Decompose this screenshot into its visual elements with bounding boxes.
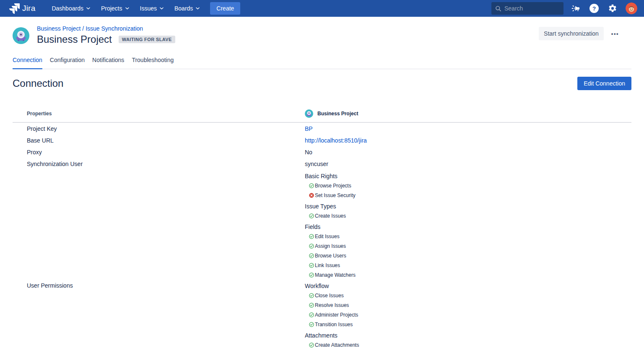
nav-item-issues[interactable]: Issues: [135, 0, 169, 17]
permission-group-heading: Workflow: [305, 281, 631, 291]
nav-right: ?: [491, 2, 637, 15]
breadcrumb-separator: /: [82, 25, 84, 32]
permission-item-label: Edit Issues: [315, 234, 340, 239]
header-actions: Start synchronization •••: [539, 27, 619, 40]
jira-brand-text: Jira: [22, 4, 35, 13]
page-header: Business Project/Issue Synchronization B…: [0, 17, 644, 45]
chevron-down-icon: [160, 7, 164, 10]
permission-group-heading: Basic Rights: [305, 171, 631, 181]
permission-item-label: Administer Projects: [315, 312, 358, 318]
connection-section: Connection Edit Connection Properties Bu…: [0, 77, 644, 348]
permission-item-label: Create Issues: [315, 213, 346, 219]
permission-item: Manage Watchers: [305, 270, 631, 280]
check-icon: [309, 343, 314, 348]
permission-item-label: Browse Projects: [315, 183, 351, 189]
search-icon: [495, 5, 501, 12]
check-icon: [309, 322, 314, 327]
nav-item-projects[interactable]: Projects: [96, 0, 135, 17]
project-key-value[interactable]: BP: [305, 125, 313, 132]
check-icon: [309, 303, 314, 308]
check-icon: [309, 263, 314, 268]
tab-configuration[interactable]: Configuration: [50, 57, 85, 69]
edit-connection-button[interactable]: Edit Connection: [577, 77, 631, 90]
remote-project-name: Business Project: [317, 111, 358, 117]
settings-gear-icon[interactable]: [606, 2, 619, 15]
chevron-down-icon: [125, 7, 129, 10]
tab-troubleshooting[interactable]: Troubleshooting: [132, 57, 174, 69]
permission-group-heading: Issue Types: [305, 201, 631, 211]
more-actions-button[interactable]: •••: [611, 31, 619, 37]
base-url-value[interactable]: http://localhost:8510/jira: [305, 137, 367, 144]
permission-item-label: Assign Issues: [315, 243, 346, 249]
nav-left: Jira Dashboards Projects Issues Boards C…: [9, 0, 240, 17]
permission-group: Issue TypesCreate Issues: [305, 201, 631, 221]
user-permissions-label: User Permissions: [27, 170, 305, 348]
permission-item: Create Attachments: [305, 340, 631, 348]
section-head: Connection Edit Connection: [13, 77, 631, 90]
proxy-value: No: [305, 149, 312, 156]
create-button[interactable]: Create: [210, 2, 240, 15]
tab-connection[interactable]: Connection: [13, 57, 42, 69]
titles: Business Project/Issue Synchronization B…: [37, 25, 175, 45]
cross-icon: [309, 193, 314, 198]
permission-item: Close Issues: [305, 291, 631, 300]
check-icon: [309, 293, 314, 298]
nav-item-label: Projects: [101, 5, 122, 12]
permission-item-label: Close Issues: [315, 293, 344, 299]
permission-group-heading: Attachments: [305, 330, 631, 340]
permission-group: WorkflowClose IssuesResolve IssuesAdmini…: [305, 281, 631, 329]
property-label: Base URL: [27, 137, 305, 144]
top-navigation-bar: Jira Dashboards Projects Issues Boards C…: [0, 0, 644, 17]
permission-item: Assign Issues: [305, 241, 631, 251]
remote-project-column-header: Business Project: [305, 109, 631, 118]
check-icon: [309, 183, 314, 188]
permission-item-label: Manage Watchers: [315, 272, 356, 278]
check-icon: [309, 312, 314, 317]
check-icon: [309, 234, 314, 239]
permission-item: Link Issues: [305, 260, 631, 270]
check-icon: [309, 273, 314, 278]
search-box[interactable]: [491, 2, 564, 15]
user-permissions-row: User Permissions Basic RightsBrowse Proj…: [13, 170, 631, 348]
permission-group: Basic RightsBrowse ProjectsSet Issue Sec…: [305, 171, 631, 200]
breadcrumb: Business Project/Issue Synchronization: [37, 25, 175, 32]
check-icon: [309, 213, 314, 218]
project-avatar: [13, 27, 29, 44]
project-avatar-small: [305, 109, 313, 118]
permission-item: Administer Projects: [305, 310, 631, 319]
breadcrumb-page-link[interactable]: Issue Synchronization: [86, 25, 143, 32]
table-row: Proxy No: [13, 146, 631, 158]
permission-item: Create Issues: [305, 211, 631, 221]
property-label: Proxy: [27, 149, 305, 156]
permission-group-heading: Fields: [305, 222, 631, 231]
tab-notifications[interactable]: Notifications: [92, 57, 124, 69]
table-row: Base URL http://localhost:8510/jira: [13, 135, 631, 146]
chevron-down-icon: [196, 7, 200, 10]
nav-item-boards[interactable]: Boards: [169, 0, 205, 17]
help-icon[interactable]: ?: [588, 2, 600, 15]
nav-item-dashboards[interactable]: Dashboards: [46, 0, 96, 17]
announcement-icon[interactable]: [569, 2, 582, 15]
nav-item-label: Dashboards: [52, 5, 83, 12]
property-label: Project Key: [27, 125, 305, 132]
connection-table: Properties Business Project Project Key …: [13, 105, 631, 348]
header-main: Business Project/Issue Synchronization B…: [13, 25, 175, 45]
breadcrumb-project-link[interactable]: Business Project: [37, 25, 80, 32]
permission-group: FieldsEdit IssuesAssign IssuesBrowse Use…: [305, 222, 631, 280]
tab-bar: Connection Configuration Notifications T…: [13, 57, 631, 69]
start-synchronization-button[interactable]: Start synchronization: [539, 27, 604, 40]
permission-item-label: Link Issues: [315, 262, 340, 268]
table-row: Synchronization User syncuser: [13, 158, 631, 170]
permission-item-label: Create Attachments: [315, 342, 359, 348]
check-icon: [309, 244, 314, 249]
permission-groups: Basic RightsBrowse ProjectsSet Issue Sec…: [305, 170, 631, 348]
title-row: Business Project WAITING FOR SLAVE: [37, 34, 175, 45]
jira-logo-icon: [9, 3, 20, 14]
properties-column-header: Properties: [27, 111, 305, 117]
permission-item-label: Browse Users: [315, 253, 346, 259]
status-badge: WAITING FOR SLAVE: [119, 36, 175, 43]
search-input[interactable]: [504, 5, 557, 12]
jira-home-link[interactable]: Jira: [9, 3, 35, 14]
user-avatar[interactable]: [626, 3, 637, 14]
svg-text:?: ?: [592, 5, 596, 12]
